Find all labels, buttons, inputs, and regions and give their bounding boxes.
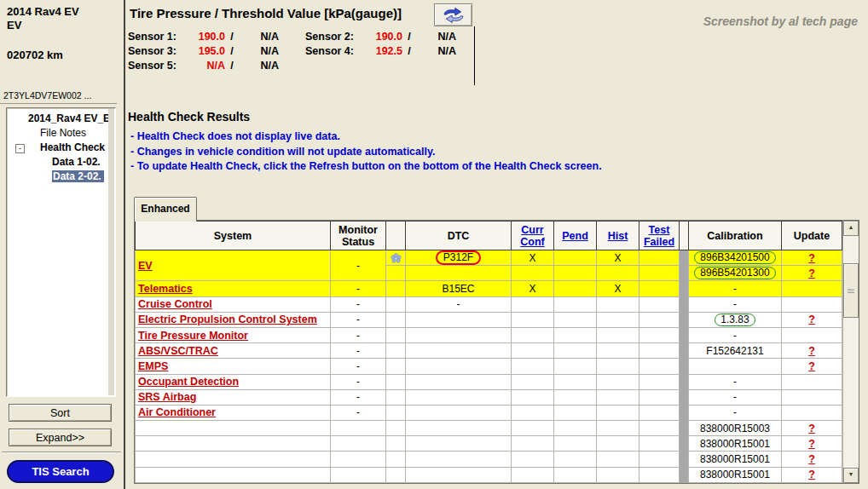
system-link[interactable]: Cruise Control — [138, 298, 212, 310]
sensor-value: 192.5 — [358, 44, 402, 59]
tree-item-health-check[interactable]: - Health Check — [7, 141, 115, 155]
calibration-cell: 896B34201500 — [689, 250, 782, 266]
col-header-system: System — [136, 221, 331, 250]
update-link[interactable]: ? — [808, 345, 815, 357]
divider — [2, 452, 121, 453]
curr-conf-cell — [512, 266, 554, 281]
sort-button[interactable]: Sort — [9, 404, 112, 422]
pend-cell — [554, 359, 597, 374]
update-link[interactable]: ? — [808, 252, 815, 264]
tree-item-data-1[interactable]: Data 1-02. — [7, 155, 115, 170]
pend-cell — [554, 436, 597, 452]
calibration-id-circled: 1.3.83 — [715, 314, 755, 326]
dtc-cell — [406, 374, 512, 389]
calibration-cell: F152642131 — [689, 343, 782, 359]
pend-sort-link[interactable]: Pend — [562, 230, 588, 242]
gap-cell — [680, 374, 689, 389]
system-cell: EMPS — [136, 359, 331, 374]
tree-item-file-notes[interactable]: File Notes — [7, 126, 115, 141]
curr-conf-cell — [512, 405, 554, 420]
system-link[interactable]: SRS Airbag — [138, 391, 196, 403]
dtc-cell — [406, 467, 512, 482]
icon-cell — [386, 421, 406, 436]
gap-cell — [680, 359, 689, 374]
scroll-thumb[interactable] — [843, 263, 859, 318]
test-failed-cell — [639, 250, 680, 266]
icon-cell — [386, 312, 406, 327]
gap-cell — [680, 327, 689, 342]
col-header-curr-conf: Curr Conf — [512, 221, 554, 250]
freeze-frame-icon[interactable] — [391, 253, 402, 264]
icon-cell — [386, 359, 406, 374]
icon-cell — [386, 452, 406, 467]
table-row: 838000R15001 ? — [136, 452, 842, 467]
gap-cell — [680, 250, 689, 266]
icon-cell — [386, 405, 406, 420]
scroll-down-button[interactable]: ▼ — [843, 468, 859, 483]
calibration-cell: 838000R15003 — [689, 421, 782, 436]
system-cell: SRS Airbag — [136, 389, 331, 405]
hist-cell — [597, 296, 639, 312]
icon-cell — [386, 327, 406, 342]
system-cell: EV — [136, 250, 331, 281]
sensor-value: 190.0 — [358, 30, 402, 44]
tab-enhanced[interactable]: Enhanced — [134, 197, 197, 221]
table-row-emps: EMPS - ? — [136, 359, 842, 374]
curr-conf-cell — [512, 421, 554, 436]
vehicle-subtitle: EV — [7, 19, 21, 32]
hist-cell — [597, 327, 639, 342]
icon-cell — [386, 250, 406, 266]
table-scrollbar[interactable]: ▲ ▼ — [842, 221, 859, 483]
health-check-notes: - Health Check does not display live dat… — [130, 129, 602, 175]
update-link[interactable]: ? — [808, 438, 815, 450]
dtc-cell: P312F — [406, 250, 512, 266]
update-link[interactable]: ? — [808, 268, 815, 279]
table-row-air-conditioner: Air Conditioner - - — [136, 405, 842, 420]
dtc-cell — [406, 359, 512, 374]
update-link[interactable]: ? — [808, 360, 815, 372]
update-link[interactable]: ? — [808, 469, 815, 480]
system-cell — [136, 467, 331, 482]
hist-cell — [597, 374, 639, 389]
refresh-button[interactable] — [434, 3, 472, 26]
system-link[interactable]: Telematics — [138, 283, 193, 295]
system-link[interactable]: ABS/VSC/TRAC — [138, 345, 218, 357]
table-row: 838000R15001 ? — [136, 467, 842, 482]
gap-cell — [680, 281, 689, 296]
curr-conf-sort-link[interactable]: Curr Conf — [520, 224, 544, 248]
pend-cell — [554, 312, 597, 327]
pend-cell — [554, 296, 597, 312]
collapse-icon[interactable]: - — [15, 144, 25, 153]
system-link[interactable]: Occupant Detection — [138, 376, 239, 388]
test-failed-cell — [639, 266, 680, 281]
table-row: 838000R15003 ? — [136, 421, 842, 436]
gap-cell — [680, 405, 689, 420]
update-link[interactable]: ? — [808, 314, 815, 325]
system-cell — [136, 452, 331, 467]
system-link[interactable]: EV — [138, 260, 153, 272]
tree-item-vehicle-file[interactable]: 2014_Rav4 EV_E — [7, 112, 115, 126]
system-link[interactable]: Air Conditioner — [138, 406, 216, 418]
scroll-up-button[interactable]: ▲ — [843, 221, 859, 236]
value-threshold-separator: / — [225, 44, 239, 59]
tis-search-button[interactable]: TIS Search — [7, 460, 114, 483]
dtc-cell — [406, 327, 512, 342]
tree-scrollbar[interactable] — [108, 109, 114, 395]
hist-sort-link[interactable]: Hist — [608, 230, 628, 242]
test-failed-cell — [639, 405, 680, 420]
dtc-cell: B15EC — [406, 281, 512, 296]
icon-cell — [386, 343, 406, 359]
update-link[interactable]: ? — [808, 423, 815, 434]
update-link[interactable]: ? — [808, 453, 815, 465]
system-link[interactable]: Tire Pressure Monitor — [138, 330, 248, 342]
expand-button[interactable]: Expand>> — [9, 429, 112, 446]
system-cell — [136, 436, 331, 452]
update-cell: ? — [782, 250, 842, 266]
hist-cell: X — [597, 281, 639, 296]
system-link[interactable]: EMPS — [138, 360, 168, 372]
pend-cell — [554, 421, 597, 436]
calibration-cell: 896B54201300 — [689, 266, 782, 281]
system-link[interactable]: Electric Propulsion Control System — [138, 314, 317, 325]
test-failed-sort-link[interactable]: Test Failed — [644, 224, 674, 248]
tree-item-data-2-selected[interactable]: Data 2-02. — [7, 170, 115, 184]
